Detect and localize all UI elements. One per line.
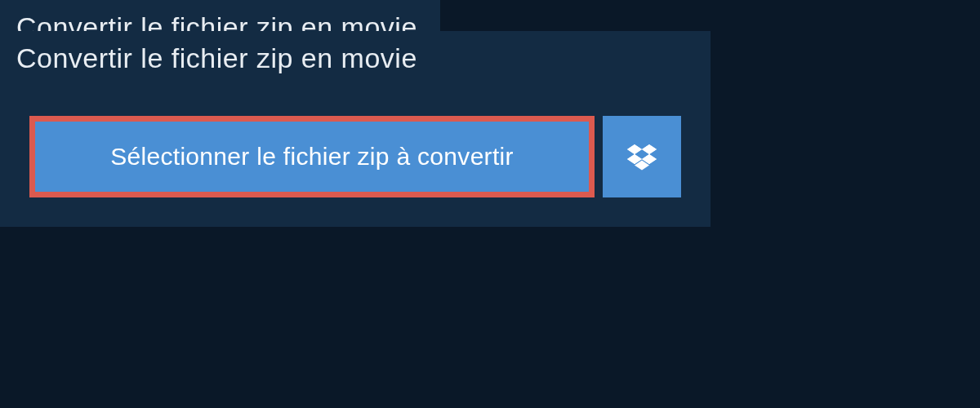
dropbox-icon	[627, 142, 657, 171]
button-area: Sélectionner le fichier zip à convertir	[0, 90, 710, 227]
select-file-button[interactable]: Sélectionner le fichier zip à convertir	[29, 116, 595, 197]
tab-title: Convertir le fichier zip en movie	[0, 31, 440, 86]
dropbox-button[interactable]	[603, 116, 681, 197]
